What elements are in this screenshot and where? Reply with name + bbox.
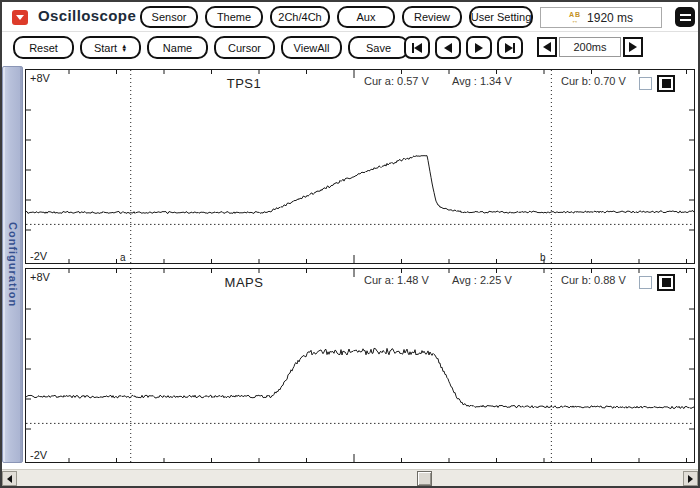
step-forward-button[interactable] — [466, 36, 492, 59]
right-arrow-icon — [629, 42, 637, 52]
step-back-button[interactable] — [435, 36, 461, 59]
sensor-button[interactable]: Sensor — [140, 6, 198, 28]
left-arrow-icon — [543, 42, 551, 52]
review-button[interactable]: Review — [402, 6, 462, 28]
horizontal-scrollbar[interactable] — [2, 469, 698, 486]
cursor-b-label: b — [540, 252, 546, 263]
average-reading: Avg : 1.34 V — [452, 75, 512, 87]
menu-bar: Sensor Theme 2Ch/4Ch Aux Review User Set… — [140, 6, 533, 28]
save-button[interactable]: Save — [348, 36, 409, 59]
name-button[interactable]: Name — [147, 36, 208, 59]
start-button[interactable]: Start ▲▼ — [80, 36, 141, 59]
step-back-icon — [444, 43, 452, 53]
cursor-b-reading: Cur b: 0.70 V — [561, 75, 626, 87]
channel-panel-tps1: +8V -2V TPS1 Cur a: 0.57 V Avg : 1.34 V … — [25, 69, 695, 264]
timebase-control: 200ms — [537, 37, 643, 57]
2ch-4ch-button[interactable]: 2Ch/4Ch — [270, 6, 330, 28]
cursor-a-reading: Cur a: 1.48 V — [364, 274, 429, 286]
record-time-field[interactable]: AB ↔ 1920 ms — [540, 7, 662, 28]
step-forward-icon — [475, 43, 483, 53]
scale-min-label: -2V — [30, 449, 47, 461]
menu-icon[interactable] — [675, 7, 695, 27]
cursor-a-reading: Cur a: 0.57 V — [364, 75, 429, 87]
timebase-decrease-button[interactable] — [537, 37, 557, 57]
ab-range-icon: AB ↔ — [569, 12, 581, 23]
skip-end-icon — [505, 43, 513, 53]
skip-end-button[interactable] — [497, 36, 523, 59]
aux-button[interactable]: Aux — [337, 6, 395, 28]
user-setting-button[interactable]: User Setting — [469, 6, 533, 28]
channel-active-checkbox[interactable] — [657, 75, 675, 92]
timebase-increase-button[interactable] — [623, 37, 643, 57]
right-arrow-icon — [688, 475, 693, 483]
playback-controls — [404, 36, 523, 59]
scale-min-label: -2V — [30, 250, 47, 262]
channel-option-checkbox[interactable] — [639, 77, 652, 90]
skip-start-button[interactable] — [404, 36, 430, 59]
channel-panel-maps: +8V -2V MAPS Cur a: 1.48 V Avg : 2.25 V … — [25, 268, 695, 463]
timebase-value[interactable]: 200ms — [559, 37, 621, 57]
start-button-label: Start — [94, 42, 117, 54]
title-bar: Oscilloscope Sensor Theme 2Ch/4Ch Aux Re… — [2, 2, 698, 32]
control-toolbar: Reset Start ▲▼ Name Cursor ViewAll Save — [13, 36, 409, 59]
waveform-maps — [26, 269, 694, 462]
updown-spinner-icon: ▲▼ — [121, 44, 127, 52]
channel-name: MAPS — [194, 275, 294, 290]
cursor-button[interactable]: Cursor — [214, 36, 275, 59]
oscilloscope-window: Oscilloscope Sensor Theme 2Ch/4Ch Aux Re… — [0, 0, 700, 488]
left-arrow-icon — [7, 475, 12, 483]
scroll-right-button[interactable] — [683, 471, 698, 486]
waveform-tps1 — [26, 70, 694, 263]
cursor-b-reading: Cur b: 0.88 V — [561, 274, 626, 286]
app-dropdown-icon[interactable] — [12, 10, 28, 25]
channel-active-checkbox[interactable] — [657, 274, 675, 291]
reset-button[interactable]: Reset — [13, 36, 74, 59]
channel-name: TPS1 — [194, 76, 294, 91]
configuration-tab-label: Configuration — [7, 222, 19, 307]
theme-button[interactable]: Theme — [205, 6, 263, 28]
record-time-value: 1920 ms — [587, 11, 633, 25]
scroll-left-button[interactable] — [2, 471, 17, 486]
scrollbar-thumb[interactable] — [417, 471, 432, 486]
scale-max-label: +8V — [30, 271, 50, 283]
viewall-button[interactable]: ViewAll — [281, 36, 342, 59]
average-reading: Avg : 2.25 V — [452, 274, 512, 286]
channel-option-checkbox[interactable] — [639, 276, 652, 289]
app-title: Oscilloscope — [38, 7, 136, 24]
scale-max-label: +8V — [30, 72, 50, 84]
configuration-tab[interactable]: Configuration — [2, 66, 23, 463]
cursor-a-label: a — [120, 252, 126, 263]
